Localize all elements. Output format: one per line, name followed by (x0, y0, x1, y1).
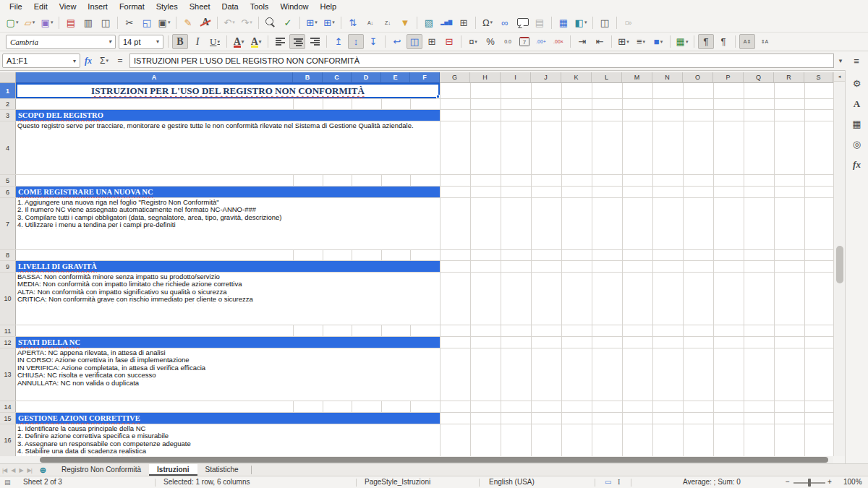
last-sheet-icon[interactable]: ▶| (25, 467, 34, 474)
row-header-7[interactable]: 7 (0, 198, 16, 249)
empty-cells[interactable] (440, 110, 833, 121)
horizontal-scrollbar-thumb[interactable] (40, 457, 828, 463)
save-icon[interactable]: ▣ (39, 15, 55, 30)
functions-icon[interactable]: fx (848, 157, 866, 172)
delete-decimal-icon[interactable]: .00× (550, 34, 566, 49)
row-header-15[interactable]: 15 (0, 413, 16, 424)
font-color-icon[interactable]: A (231, 34, 247, 49)
new-document-icon[interactable]: ▢ (4, 15, 20, 30)
page-style[interactable]: PageStyle_Istruzioni (365, 476, 430, 488)
row-header-10[interactable]: 10 (0, 273, 16, 325)
column-header-E[interactable]: E (381, 72, 410, 83)
column-header-P[interactable]: P (713, 72, 744, 83)
vertical-scrollbar[interactable]: ◂ (833, 72, 845, 456)
row-header-1[interactable]: 1 (0, 83, 16, 98)
align-center-icon[interactable] (289, 34, 305, 49)
merge-cells-icon[interactable]: ⊞ (424, 34, 440, 49)
row-header-14[interactable]: 14 (0, 401, 16, 412)
empty-cells[interactable] (440, 348, 833, 401)
format-number-icon[interactable]: 0.0 (500, 34, 516, 49)
open-icon[interactable]: ▱ (22, 15, 38, 30)
add-sheet-icon[interactable]: ⊕ (40, 466, 46, 475)
align-left-icon[interactable] (272, 34, 288, 49)
section-body-cell[interactable]: Questo registro serve per tracciare, mon… (16, 121, 440, 174)
unmerge-cells-icon[interactable]: ⊟ (441, 34, 457, 49)
comment-icon[interactable] (514, 15, 530, 30)
underline-icon[interactable]: U (207, 34, 223, 49)
row-header-6[interactable]: 6 (0, 187, 16, 197)
empty-cells[interactable] (440, 401, 833, 412)
name-box[interactable]: A1:F1 (2, 53, 80, 68)
selection-mode-icon[interactable]: ▭ (605, 476, 611, 488)
add-decimal-icon[interactable]: .00+ (533, 34, 549, 49)
section-body-cell[interactable]: 1. Aggiungere una nuova riga nel foglio … (16, 198, 440, 249)
print-area-icon[interactable]: ▦ (556, 15, 571, 30)
redo-icon[interactable]: ↷ (239, 15, 255, 30)
highlight-color-icon[interactable]: A (248, 34, 264, 49)
menu-view[interactable]: View (54, 0, 82, 13)
bold-icon[interactable]: B (172, 34, 188, 49)
find-replace-icon[interactable] (263, 15, 278, 30)
menu-tools[interactable]: Tools (244, 0, 275, 13)
gallery-icon[interactable]: ▦ (848, 116, 866, 132)
first-sheet-icon[interactable]: |◀ (0, 467, 9, 474)
empty-cells[interactable] (16, 99, 440, 109)
row-header-16[interactable]: 16 (0, 424, 16, 456)
autofilter-icon[interactable]: ▼ (397, 15, 413, 30)
sort-icon[interactable]: ⇅ (345, 15, 361, 30)
copy-icon[interactable]: ◱ (139, 15, 155, 30)
row-header-3[interactable]: 3 (0, 110, 16, 121)
column-header-G[interactable]: G (440, 72, 470, 83)
empty-cells[interactable] (440, 187, 833, 197)
title-cell[interactable]: ISTRUZIONI PER L'USO DEL REGISTRO NON CO… (16, 83, 440, 98)
empty-cells[interactable] (440, 83, 833, 98)
select-all-corner[interactable] (0, 72, 16, 83)
font-name-combo[interactable]: Cambria (6, 35, 116, 49)
special-character-icon[interactable]: Ω (480, 15, 495, 30)
format-percent-icon[interactable]: % (482, 34, 498, 49)
column-header-C[interactable]: C (323, 72, 352, 83)
section-header-cell[interactable]: COME REGISTRARE UNA NUOVA NC (16, 187, 440, 197)
tab-statistiche[interactable]: Statistiche (197, 464, 247, 476)
row-header-8[interactable]: 8 (0, 250, 16, 260)
menu-insert[interactable]: Insert (82, 0, 114, 13)
section-header-cell[interactable]: GESTIONE AZIONI CORRETTIVE (16, 413, 440, 424)
column-header-A[interactable]: A (16, 72, 293, 83)
decrease-indent-icon[interactable]: ⇤ (592, 34, 608, 49)
menu-data[interactable]: Data (216, 0, 244, 13)
insert-rows-icon[interactable]: ⊞ (304, 15, 320, 30)
section-body-cell[interactable]: 1. Identificare la causa principale dell… (16, 424, 440, 456)
sort-ascending-icon[interactable]: A↓ (362, 15, 378, 30)
wrap-text-icon[interactable]: ↩ (389, 34, 405, 49)
left-to-right-icon[interactable]: ¶ (698, 34, 714, 49)
center-vertically-icon[interactable]: ↕ (348, 34, 364, 49)
conditional-formatting-icon[interactable]: ▦ (674, 34, 690, 49)
column-header-B[interactable]: B (293, 72, 323, 83)
clear-formatting-icon[interactable]: A (197, 15, 213, 30)
align-right-icon[interactable] (307, 34, 323, 49)
expand-formula-bar-icon[interactable]: ▾ (834, 57, 847, 64)
column-header-D[interactable]: D (352, 72, 381, 83)
sidebar-settings-icon[interactable]: ≡ (847, 56, 866, 67)
undo-icon[interactable]: ↶ (221, 15, 237, 30)
merge-center-icon[interactable]: ◫ (407, 34, 422, 49)
language[interactable]: English (USA) (489, 476, 535, 488)
row-header-13[interactable]: 13 (0, 348, 16, 401)
spreadsheet-grid[interactable]: 1 ISTRUZIONI PER L'USO DEL REGISTRO NON … (0, 83, 833, 456)
empty-cells[interactable] (440, 413, 833, 424)
insert-chart-icon[interactable]: ▂▅▇ (438, 15, 454, 30)
column-header-H[interactable]: H (470, 72, 501, 83)
insert-image-icon[interactable]: ▧ (421, 15, 437, 30)
font-size-combo[interactable]: 14 pt (119, 35, 163, 49)
empty-cells[interactable] (440, 261, 833, 272)
row-header-9[interactable]: 9 (0, 261, 16, 272)
export-pdf-icon[interactable]: ▤ (63, 15, 79, 30)
empty-cells[interactable] (440, 337, 833, 348)
column-header-N[interactable]: N (652, 72, 683, 83)
zoom-slider-thumb[interactable] (808, 479, 811, 487)
function-wizard-icon[interactable]: fx (80, 53, 96, 68)
empty-cells[interactable] (440, 424, 833, 456)
border-color-icon[interactable]: ■ (650, 34, 666, 49)
print-icon[interactable]: ▥ (80, 15, 96, 30)
border-style-icon[interactable]: ≡ (633, 34, 649, 49)
